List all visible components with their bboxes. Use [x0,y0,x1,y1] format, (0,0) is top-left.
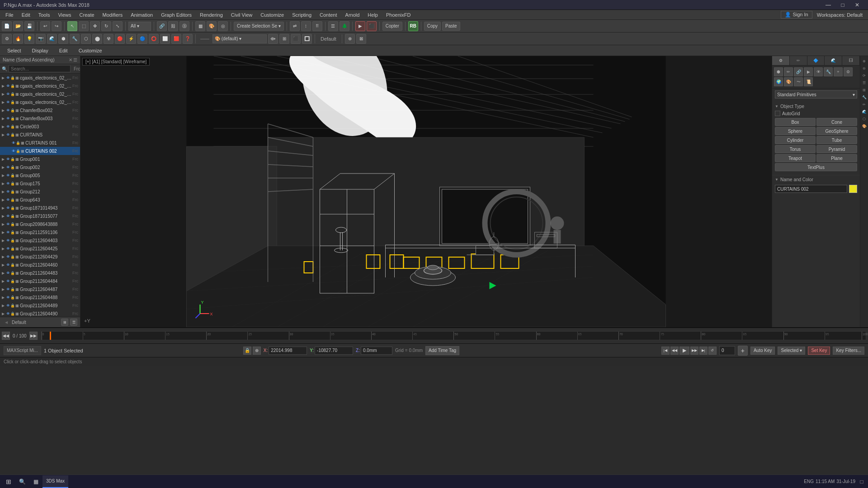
scene-list-item[interactable]: ▶ 👁 🔒 ▦ Group175 Frc [0,179,80,188]
tb2-extra1[interactable]: ⊕ [345,34,355,44]
mode-dropdown[interactable]: All ▾ [128,22,151,31]
tb2-icon11[interactable]: 🔴 [115,34,125,44]
rpanel-icon-create[interactable]: ⬢ [774,67,783,76]
prev-frame-btn[interactable]: |◀ [661,347,670,355]
render-btn[interactable]: ▶ [355,21,365,31]
render-prod-btn[interactable]: ⬛ [367,21,377,31]
tb2-icon5[interactable]: 🌊 [47,34,57,44]
next-frame-btn[interactable]: ▶| [699,347,708,355]
color-swatch[interactable] [849,185,857,193]
set-key-btn[interactable]: Set Key [808,347,830,355]
start-btn[interactable]: ⊞ [2,475,15,488]
explorer-options-btn[interactable]: ☰ [73,57,77,62]
customize-tab[interactable]: Customize [75,47,106,54]
create-sel-btn[interactable]: Create Selection Se ▾ [234,22,284,31]
scene-list-item[interactable]: ▶ 👁 🔒 ▦ cgaxis_electronics_02_016 Frc [0,82,80,90]
autogrid-checkbox[interactable] [775,111,780,116]
open-btn[interactable]: 📂 [13,21,23,31]
scene-list-item[interactable]: ▶ 👁 🔒 ▦ cgaxis_electronics_02_018 Frc [0,98,80,106]
render-preset-dropdown[interactable]: 🎨 (default) ▾ [212,34,267,43]
undo-btn[interactable]: ↩ [40,21,50,31]
menu-modifiers[interactable]: Modifiers [99,11,127,19]
rpanel-icon-extra[interactable]: + [834,67,843,76]
select-region-btn[interactable]: ⬚ [79,21,89,31]
tb2-icon16[interactable]: 🟥 [171,34,181,44]
status-icon2[interactable]: ⊕ [253,347,261,355]
scene-list-item[interactable]: ▶ 👁 🔒 ▦ cgaxis_electronics_02_017 Frc [0,90,80,98]
tb2-icon14[interactable]: ⭕ [149,34,159,44]
prim-pyramid-btn[interactable]: Pyramid [816,145,857,153]
taskbar-3dsmax[interactable]: 3DS Max [42,475,68,488]
display-tab[interactable]: Display [28,47,52,54]
view-cube-btn[interactable]: ▦ [195,21,205,31]
menu-scripting[interactable]: Scripting [288,11,315,19]
scene-search-input[interactable] [9,65,71,72]
prim-box-btn[interactable]: Box [775,118,816,126]
rpanel-icon-modify[interactable]: ✏ [784,67,793,76]
tb2-icon9[interactable]: ⬤ [92,34,102,44]
side-icon-5[interactable]: ⊞ [861,87,868,93]
tb2-icon1[interactable]: ⚙ [2,34,12,44]
key-filters-btn[interactable]: Key Filters... [833,347,864,355]
prim-cone-btn[interactable]: Cone [816,118,857,126]
scene-list-item[interactable]: ▶ 👁 🔒 ▦ Group2112604488 Frc [0,293,80,301]
scene-list-item[interactable]: ▶ 👁 🔒 ▦ Group2112591106 Frc [0,228,80,236]
scene-list-item[interactable]: ▶ 👁 🔒 ▦ Circle003 Frc [0,122,80,131]
search-btn[interactable]: 🔍 [15,475,29,488]
rb-btn[interactable]: RB [408,21,418,31]
tb2-icon15[interactable]: ⬜ [160,34,170,44]
select-obj-btn[interactable]: ↖ [67,21,77,31]
tb2-icon21[interactable]: 🔳 [302,34,312,44]
rotate-btn[interactable]: ↻ [101,21,111,31]
scene-list-item[interactable]: ▶ 👁 🔒 ▦ Group2112604460 Frc [0,261,80,269]
rpanel-icon-script[interactable]: 📜 [804,77,813,86]
rpanel-tab2[interactable]: ✏ [790,56,807,65]
scene-list-item[interactable]: ▶ 👁 🔒 ▦ Group2112604487 Frc [0,285,80,293]
play-btn[interactable]: ▶ [679,347,689,355]
scene-list-item[interactable]: ▶ 👁 🔒 ▦ CURTAINS Frc [0,131,80,139]
align-btn[interactable]: ⫶ [301,21,311,31]
menu-customize[interactable]: Customize [257,11,288,19]
scene-list-item[interactable]: ▶ 👁 🔒 ▦ cgaxis_electronics_02_015 Frc [0,74,80,82]
scene-list-item[interactable]: ▶ 👁 🔒 ▦ Group002 Frc [0,163,80,171]
side-icon-4[interactable]: ☰ [861,80,868,86]
scene-list-item[interactable]: ▶ 👁 🔒 ▦ Group005 Frc [0,171,80,179]
tb2-icon20[interactable]: ⬛ [291,34,301,44]
prim-teapot-btn[interactable]: Teapot [775,154,816,162]
menu-rendering[interactable]: Rendering [196,11,226,19]
scene-list-item[interactable]: ▶ 👁 🔒 ▦ Group2112604489 Frc [0,301,80,310]
rpanel-tab4[interactable]: 🌊 [825,56,842,65]
unlink-btn[interactable]: ⛓ [168,21,178,31]
scene-list-item[interactable]: ▶ 👁 🔒 ▦ Group2098643888 Frc [0,220,80,228]
tb2-icon10[interactable]: ☢ [104,34,113,44]
scene-list-item[interactable]: ▶ 👁 🔒 ▦ Group2112604403 Frc [0,236,80,244]
link-btn[interactable]: 🔗 [157,21,167,31]
prim-sphere-btn[interactable]: Sphere [775,127,816,135]
notification-btn[interactable]: □ [857,477,866,486]
scene-list-item[interactable]: ▶ 👁 🔒 ▦ Group2112604484 Frc [0,277,80,285]
scene-list-item[interactable]: ▶ 👁 🔒 ▦ Group1871014943 Frc [0,204,80,212]
bind-btn[interactable]: Ⓑ [179,21,189,31]
layer-mgr-btn[interactable]: ☰ [328,21,338,31]
new-btn[interactable]: 📄 [2,21,12,31]
prim-torus-btn[interactable]: Torus [775,145,816,153]
side-icon-10[interactable]: 🎨 [861,123,868,129]
scene-list-item[interactable]: ▶ 👁 🔒 ▦ Group2112604483 Frc [0,269,80,277]
scene-explorer-btn[interactable]: 🌲 [340,21,349,31]
side-icon-8[interactable]: 🌊 [861,108,868,115]
y-coord-field[interactable]: -10827.70 [315,347,353,355]
z-coord-field[interactable]: 0.0mm [361,347,392,355]
viewport[interactable]: [+] [A1] [Standard] [Wireframe] [80,56,772,327]
standard-primitives-dropdown[interactable]: Standard Primitives ▾ [775,90,857,99]
menu-content[interactable]: Content [316,11,341,19]
tb2-icon13[interactable]: 🔵 [137,34,147,44]
name-color-title[interactable]: Name and Color [775,177,857,182]
scene-list-item[interactable]: ▶ 👁 🔒 ▦ ChamferBox002 Frc [0,106,80,114]
prim-plane-btn[interactable]: Plane [816,154,857,162]
object-name-input[interactable] [775,185,847,193]
scene-list-item[interactable]: ▶ 👁 🔒 ▦ ChamferBox003 Frc [0,114,80,122]
loop-btn[interactable]: ↺ [708,347,717,355]
select-tab[interactable]: Select [4,47,25,54]
next-key-btn[interactable]: ▶▶ [690,347,698,355]
rpanel-tab1[interactable]: ⚙ [772,56,790,65]
